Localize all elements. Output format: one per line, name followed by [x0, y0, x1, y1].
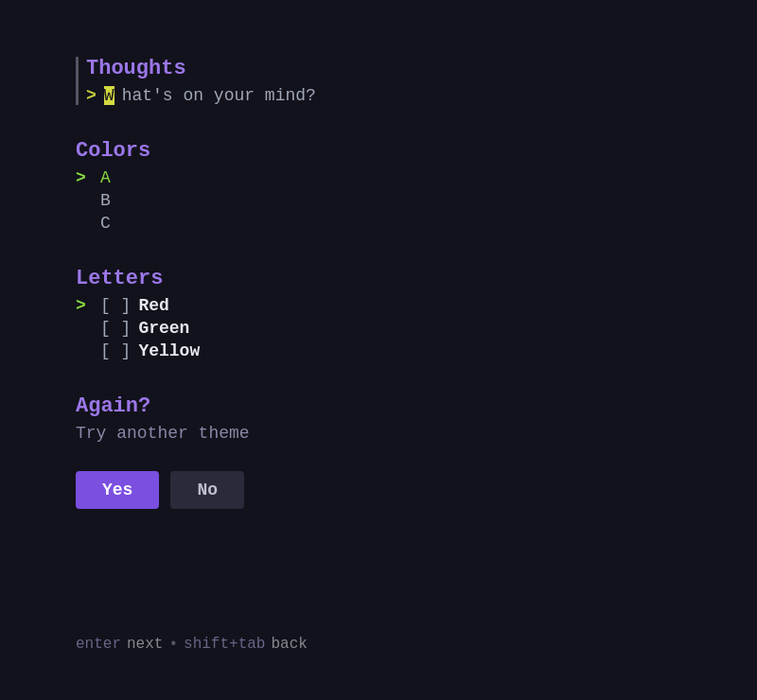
again-title: Again? [76, 394, 681, 418]
colors-label-c: C [100, 214, 111, 233]
letters-option-green[interactable]: [ ] Green [76, 319, 681, 338]
again-section: Again? Try another theme [76, 394, 681, 443]
thoughts-prompt-arrow: > [86, 86, 97, 105]
thoughts-input-row: > W hat's on your mind? [79, 86, 681, 105]
colors-arrow-a: > [76, 168, 93, 187]
main-container: Thoughts > W hat's on your mind? Colors … [0, 0, 757, 700]
enter-key-hint: enter [76, 636, 121, 653]
thoughts-input-text[interactable]: hat's on your mind? [122, 86, 316, 105]
letters-checkbox-green[interactable]: [ ] [100, 319, 131, 338]
letters-title: Letters [76, 267, 681, 290]
colors-option-c[interactable]: C [76, 214, 681, 233]
letters-option-yellow[interactable]: [ ] Yellow [76, 341, 681, 360]
letters-section: Letters > [ ] Red [ ] Green [ ] Yellow [76, 267, 681, 360]
footer-hints: enter next • shift+tab back [76, 636, 308, 653]
buttons-row: Yes No [76, 471, 681, 509]
colors-option-a[interactable]: > A [76, 168, 681, 187]
shift-key-hint: shift+tab [184, 636, 265, 653]
letters-option-red[interactable]: > [ ] Red [76, 296, 681, 315]
enter-action-hint: next [127, 636, 163, 653]
letters-label-red: Red [138, 296, 168, 315]
letters-label-yellow: Yellow [138, 341, 200, 360]
letters-checkbox-red[interactable]: [ ] [100, 296, 131, 315]
colors-option-b[interactable]: B [76, 191, 681, 210]
thoughts-title: Thoughts [79, 57, 681, 80]
letters-checkbox-yellow[interactable]: [ ] [100, 341, 131, 360]
shift-action-hint: back [271, 636, 307, 653]
thoughts-section: Thoughts > W hat's on your mind? [76, 57, 681, 105]
thoughts-cursor-char: W [104, 86, 114, 105]
hint-dot: • [168, 636, 178, 653]
no-button[interactable]: No [170, 471, 244, 509]
colors-label-b: B [100, 191, 111, 210]
letters-label-green: Green [138, 319, 189, 338]
colors-section: Colors > A B C [76, 139, 681, 233]
yes-button[interactable]: Yes [76, 471, 159, 509]
again-subtitle: Try another theme [76, 424, 681, 443]
colors-label-a: A [100, 168, 111, 187]
colors-title: Colors [76, 139, 681, 163]
letters-arrow: > [76, 296, 93, 315]
